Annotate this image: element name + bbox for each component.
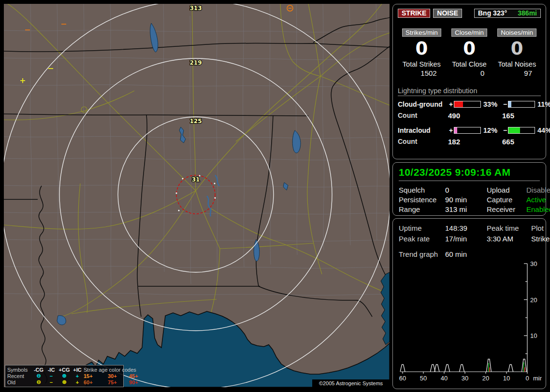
legend-old-row: Old ⊖ − ⊕ + 60+ 75+ 90+ xyxy=(7,379,121,385)
capture-label: Capture xyxy=(487,195,526,205)
ring-label: 31 xyxy=(192,176,200,183)
chart-tick-label: min xyxy=(533,375,542,382)
age-code: 45+ xyxy=(129,373,146,379)
cloud-ground-row: Cloud-ground + 33% − 11% xyxy=(398,100,541,108)
cg-negative-bar xyxy=(508,101,535,108)
trend-graph-row: Trend graph 60 min xyxy=(399,249,540,260)
status-row: Uptime 148:39 Peak time Plot xyxy=(399,223,540,234)
legend-col-pos-cg: +CG xyxy=(58,367,71,373)
ic-positive-pct: 12% xyxy=(481,126,502,134)
ring-label: 313 xyxy=(189,5,202,12)
age-code: 30+ xyxy=(108,373,129,379)
close-per-min-counter: Close/min 0 Total Close 0 xyxy=(446,28,493,77)
capture-status: Active xyxy=(526,195,546,205)
trend-peak-strikes-total xyxy=(522,359,527,372)
plus-icon: + xyxy=(71,373,84,379)
trend-peak-strikes-total xyxy=(460,364,464,372)
distribution-title: Lightning type distribution xyxy=(398,87,541,96)
cloud-ground-count-row: Count 490 165 xyxy=(398,112,541,120)
bearing-distance: 386mi xyxy=(518,9,537,17)
map-legend: Symbols -CG -IC +CG +IC Strike age color… xyxy=(5,365,124,387)
peak-rate-value: 17/min xyxy=(445,234,487,244)
cg-negative-pct: 11% xyxy=(535,100,550,108)
ic-negative-bar xyxy=(508,127,535,134)
intracloud-row: Intracloud + 12% − 44% xyxy=(398,126,541,134)
age-code: 90+ xyxy=(129,379,146,385)
settings-row: Squelch 0 Upload Disabled xyxy=(399,185,540,195)
ring-label: 125 xyxy=(189,118,202,125)
minus-icon: − xyxy=(45,373,58,379)
total-noises-value: 97 xyxy=(524,69,541,77)
lightning-map[interactable]: 31321912531 Symbols -CG -IC +CG +IC Stri… xyxy=(4,4,390,387)
range-label: Range xyxy=(399,205,445,214)
chart-axes xyxy=(401,264,527,374)
close-per-min-label: Close/min xyxy=(451,28,487,37)
age-code: 15+ xyxy=(84,373,108,379)
legend-col-neg-ic: -IC xyxy=(45,367,58,373)
noises-per-min-counter: Noises/min 0 Total Noises 97 xyxy=(493,28,541,77)
ic-positive-count: 182 xyxy=(448,138,502,146)
uptime-label: Uptime xyxy=(399,223,445,234)
chart-tick-label: 10 xyxy=(530,332,537,339)
noises-per-min-value: 0 xyxy=(511,39,523,59)
status-trend-panel: Uptime 148:39 Peak time Plot Peak rate 1… xyxy=(392,218,546,389)
close-per-min-value: 0 xyxy=(463,39,476,59)
upload-label: Upload xyxy=(487,185,526,195)
total-close-label: Total Close xyxy=(452,60,487,68)
strikes-per-min-counter: Strikes/min 0 Total Strikes 1502 xyxy=(398,28,446,77)
chart-tick-label: 50 xyxy=(420,375,427,382)
total-noises-label: Total Noises xyxy=(498,60,536,68)
cg-positive-pct: 33% xyxy=(481,100,502,108)
ic-positive-bar xyxy=(454,127,481,134)
peak-time-label: Peak time xyxy=(487,223,531,234)
noise-mode-button[interactable]: NOISE xyxy=(433,9,462,18)
minus-icon: − xyxy=(45,379,58,385)
squelch-value: 0 xyxy=(445,185,487,195)
age-code: 75+ xyxy=(108,379,129,385)
trend-graph-chart: 1020306050403020100min xyxy=(399,261,542,387)
cg-positive-bar xyxy=(454,101,481,108)
chart-tick-label: 30 xyxy=(530,261,537,267)
map-canvas: 31321912531 xyxy=(4,4,390,387)
circle-minus-icon: ⊖ xyxy=(32,379,45,385)
trend-graph-label: Trend graph xyxy=(399,249,445,260)
trend-graph-value: 60 min xyxy=(445,249,487,260)
ic-negative-count: 665 xyxy=(502,138,549,146)
strike-mode-button[interactable]: STRIKE xyxy=(398,9,430,18)
receiver-label: Receiver xyxy=(487,205,526,214)
chart-tick-label: 30 xyxy=(462,375,468,382)
legend-col-neg-cg: -CG xyxy=(32,367,45,373)
plot-mode-value: Strike xyxy=(531,234,550,244)
plus-sign: + xyxy=(448,100,454,108)
trend-peak-strikes-total xyxy=(430,364,435,372)
plus-icon: + xyxy=(71,379,84,385)
persistence-value: 90 min xyxy=(445,195,487,205)
legend-old-label: Old xyxy=(7,379,32,385)
legend-recent-label: Recent xyxy=(7,373,32,379)
persistence-label: Persistence xyxy=(399,195,445,205)
datetime-display: 10/23/2025 9:09:16 AM xyxy=(399,167,540,181)
plus-sign: + xyxy=(448,126,454,134)
chart-tick-label: 20 xyxy=(482,375,489,382)
circle-minus-icon: ⊖ xyxy=(32,373,45,379)
app-window: { "map": { "copyright": "©2005 Astrogeni… xyxy=(0,0,550,392)
noises-per-min-label: Noises/min xyxy=(497,28,536,37)
legend-recent-row: Recent ⊖ − ⊕ + 15+ 30+ 45+ xyxy=(7,373,121,379)
legend-age-title: Strike age color codes xyxy=(84,367,146,373)
plot-label: Plot xyxy=(531,223,544,234)
chart-tick-label: 0 xyxy=(525,375,529,382)
age-code: 60+ xyxy=(84,379,108,385)
chart-tick-label: 60 xyxy=(399,375,406,382)
trend-peak-strikes-total xyxy=(508,364,513,372)
cloud-ground-label: Cloud-ground xyxy=(398,100,448,108)
minus-sign: − xyxy=(502,100,508,108)
chart-tick-label: 20 xyxy=(530,296,537,304)
count-label: Count xyxy=(398,112,448,120)
ring-label: 219 xyxy=(189,59,202,66)
legend-symbols-title: Symbols xyxy=(7,367,32,373)
cg-negative-count: 165 xyxy=(502,112,549,120)
cg-positive-count: 490 xyxy=(448,112,502,120)
settings-row: Persistence 90 min Capture Active xyxy=(399,195,540,205)
legend-col-pos-ic: +IC xyxy=(71,367,84,373)
strike-stats-panel: STRIKE NOISE Bng 323° 386mi Strikes/min … xyxy=(392,4,546,159)
